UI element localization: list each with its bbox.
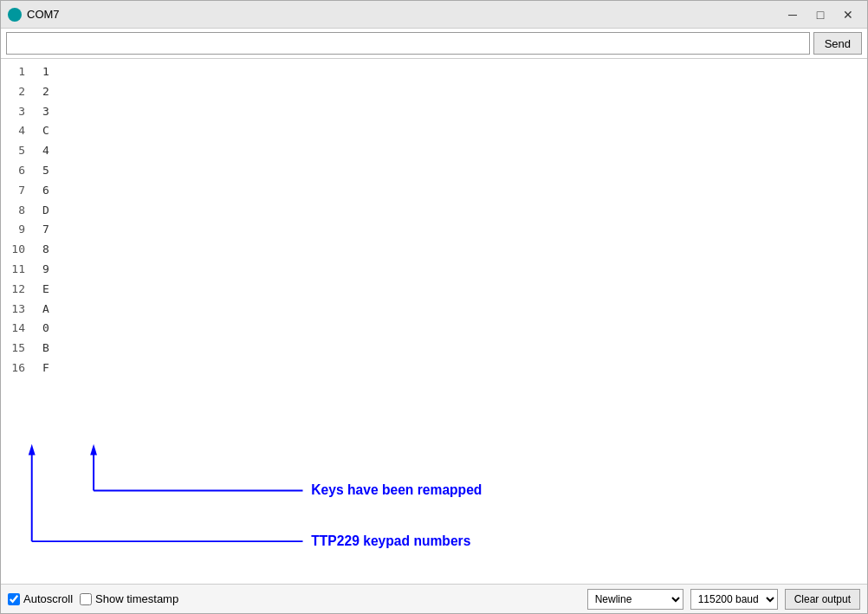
line-value: D bbox=[42, 201, 56, 221]
line-value: B bbox=[42, 339, 56, 359]
line-value: C bbox=[42, 121, 56, 141]
line-value: E bbox=[42, 280, 56, 300]
autoscroll-group: Autoscroll bbox=[8, 592, 73, 605]
autoscroll-label: Autoscroll bbox=[23, 592, 73, 605]
table-row: 97 bbox=[8, 220, 56, 240]
line-value: 7 bbox=[42, 220, 56, 240]
line-number: 8 bbox=[8, 201, 42, 221]
timestamp-label: Show timestamp bbox=[95, 592, 178, 605]
line-number: 7 bbox=[8, 181, 42, 201]
table-row: 54 bbox=[8, 141, 56, 161]
newline-select[interactable]: NewlineNo line endingCarriage returnBoth… bbox=[587, 589, 683, 610]
table-row: 22 bbox=[8, 82, 56, 102]
line-value: 1 bbox=[42, 62, 56, 82]
timestamp-checkbox[interactable] bbox=[80, 593, 92, 605]
table-row: 108 bbox=[8, 240, 56, 260]
line-number: 6 bbox=[8, 161, 42, 181]
title-bar: COM7 ─ □ ✕ bbox=[1, 1, 867, 29]
line-value: 0 bbox=[42, 319, 56, 339]
table-row: 12E bbox=[8, 280, 56, 300]
line-number: 4 bbox=[8, 121, 42, 141]
close-button[interactable]: ✕ bbox=[836, 6, 860, 23]
minimize-button[interactable]: ─ bbox=[781, 6, 805, 23]
table-row: 4C bbox=[8, 121, 56, 141]
window-title: COM7 bbox=[27, 8, 781, 21]
line-value: F bbox=[42, 359, 56, 378]
line-number: 16 bbox=[8, 359, 42, 378]
maximize-button[interactable]: □ bbox=[808, 6, 832, 23]
window-controls: ─ □ ✕ bbox=[781, 6, 860, 23]
autoscroll-checkbox[interactable] bbox=[8, 593, 20, 605]
line-value: 3 bbox=[42, 102, 56, 122]
line-value: 5 bbox=[42, 161, 56, 181]
line-value: 9 bbox=[42, 260, 56, 280]
line-number: 14 bbox=[8, 319, 42, 339]
table-row: 76 bbox=[8, 181, 56, 201]
annotation-remapped-text: Keys have been remapped bbox=[311, 482, 482, 497]
line-value: 2 bbox=[42, 82, 56, 102]
svg-marker-5 bbox=[90, 444, 97, 456]
table-row: 140 bbox=[8, 319, 56, 339]
line-number: 9 bbox=[8, 220, 42, 240]
line-number: 1 bbox=[8, 62, 42, 82]
line-number: 2 bbox=[8, 82, 42, 102]
table-row: 33 bbox=[8, 102, 56, 122]
annotation-overlay: Keys have been remapped TTP229 keypad nu… bbox=[1, 59, 867, 584]
line-number: 11 bbox=[8, 260, 42, 280]
baud-select[interactable]: 300 baud1200 baud2400 baud4800 baud9600 … bbox=[690, 589, 778, 610]
line-number: 5 bbox=[8, 141, 42, 161]
send-toolbar: Send bbox=[1, 29, 867, 59]
line-value: 8 bbox=[42, 240, 56, 260]
table-row: 15B bbox=[8, 339, 56, 359]
send-button[interactable]: Send bbox=[813, 32, 862, 55]
line-number: 15 bbox=[8, 339, 42, 359]
table-row: 8D bbox=[8, 201, 56, 221]
line-number: 10 bbox=[8, 240, 42, 260]
table-row: 11 bbox=[8, 62, 56, 82]
status-bar: Autoscroll Show timestamp NewlineNo line… bbox=[1, 584, 867, 613]
timestamp-group: Show timestamp bbox=[80, 592, 178, 605]
table-row: 119 bbox=[8, 260, 56, 280]
table-row: 16F bbox=[8, 359, 56, 378]
send-input[interactable] bbox=[6, 32, 810, 55]
line-value: A bbox=[42, 300, 56, 320]
line-number: 12 bbox=[8, 280, 42, 300]
table-row: 13A bbox=[8, 300, 56, 320]
line-number: 3 bbox=[8, 102, 42, 122]
clear-output-button[interactable]: Clear output bbox=[785, 589, 860, 610]
app-icon bbox=[8, 8, 22, 22]
svg-marker-2 bbox=[29, 444, 36, 456]
output-area[interactable]: 1122334C5465768D9710811912E13A14015B16F … bbox=[1, 59, 867, 584]
annotation-keypad-text: TTP229 keypad numbers bbox=[311, 533, 470, 548]
annotation-svg: Keys have been remapped TTP229 keypad nu… bbox=[1, 59, 867, 584]
output-table: 1122334C5465768D9710811912E13A14015B16F bbox=[8, 62, 56, 378]
line-value: 6 bbox=[42, 181, 56, 201]
line-value: 4 bbox=[42, 141, 56, 161]
main-window: COM7 ─ □ ✕ Send 1122334C5465768D97108119… bbox=[0, 0, 868, 614]
line-number: 13 bbox=[8, 300, 42, 320]
table-row: 65 bbox=[8, 161, 56, 181]
